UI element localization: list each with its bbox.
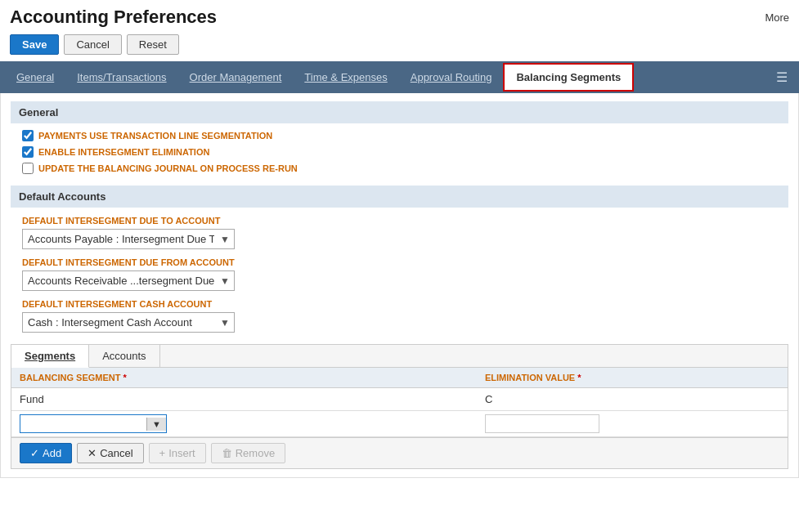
segment-input-wrapper: ▼	[20, 414, 167, 433]
table-header: BALANCING SEGMENT * ELIMINATION VALUE *	[11, 368, 788, 388]
td-input-segment: ▼	[11, 411, 477, 436]
th-balancing-segment: BALANCING SEGMENT *	[11, 368, 477, 387]
checkbox-intersegment: ENABLE INTERSEGMENT ELIMINATION	[22, 146, 777, 158]
general-section: General PAYMENTS USE TRANSACTION LINE SE…	[11, 101, 788, 174]
due-to-field-group: DEFAULT INTERSEGMENT DUE TO ACCOUNT Acco…	[22, 216, 777, 249]
enable-intersegment-label: ENABLE INTERSEGMENT ELIMINATION	[38, 147, 209, 157]
update-balancing-checkbox[interactable]	[22, 163, 34, 174]
due-from-select-wrapper: Accounts Receivable ...tersegment Due Fr…	[22, 270, 235, 291]
due-from-label: DEFAULT INTERSEGMENT DUE FROM ACCOUNT	[22, 257, 777, 267]
page-header: Accounting Preferences More	[0, 0, 799, 31]
x-icon: ✕	[88, 447, 97, 459]
td-elimination-value: C	[477, 388, 788, 410]
menu-icon[interactable]: ☰	[770, 65, 794, 90]
default-accounts-header: Default Accounts	[11, 186, 788, 208]
main-content: General PAYMENTS USE TRANSACTION LINE SE…	[0, 93, 799, 478]
cash-select-wrapper: Cash : Intersegment Cash Account ▼	[22, 312, 235, 333]
remove-button[interactable]: 🗑 Remove	[211, 443, 285, 463]
cancel-button[interactable]: Cancel	[64, 34, 121, 55]
save-button[interactable]: Save	[10, 34, 59, 55]
page-title: Accounting Preferences	[10, 7, 217, 28]
trash-icon: 🗑	[222, 447, 232, 459]
bottom-tabs: Segments Accounts	[11, 345, 788, 368]
th-elimination-value: ELIMINATION VALUE *	[477, 368, 788, 387]
bottom-tab-segments[interactable]: Segments	[11, 345, 89, 368]
tab-general[interactable]: General	[5, 65, 65, 90]
payments-segmentation-label: PAYMENTS USE TRANSACTION LINE SEGMENTATI…	[38, 131, 272, 141]
plus-icon: +	[159, 447, 166, 459]
default-accounts-section: Default Accounts DEFAULT INTERSEGMENT DU…	[11, 186, 788, 333]
due-from-field-group: DEFAULT INTERSEGMENT DUE FROM ACCOUNT Ac…	[22, 257, 777, 291]
tab-items-transactions[interactable]: Items/Transactions	[65, 65, 177, 90]
action-bar: ✓ Add ✕ Cancel + Insert 🗑 Remove	[11, 437, 788, 468]
segments-table: BALANCING SEGMENT * ELIMINATION VALUE * …	[11, 368, 788, 437]
bottom-tab-accounts[interactable]: Accounts	[89, 345, 159, 367]
due-from-select[interactable]: Accounts Receivable ...tersegment Due Fr…	[22, 270, 235, 291]
enable-intersegment-checkbox[interactable]	[22, 146, 34, 158]
reset-button[interactable]: Reset	[127, 34, 179, 55]
nav-tabs: General Items/Transactions Order Managem…	[0, 61, 799, 93]
elimination-input[interactable]	[485, 414, 599, 433]
checkbox-update-balancing: UPDATE THE BALANCING JOURNAL ON PROCESS …	[22, 163, 777, 174]
insert-button[interactable]: + Insert	[149, 443, 206, 463]
required-star-1: *	[120, 373, 126, 382]
toolbar: Save Cancel Reset	[0, 31, 799, 61]
more-link[interactable]: More	[765, 11, 789, 24]
table-row: Fund C	[11, 388, 788, 411]
tab-approval-routing[interactable]: Approval Routing	[399, 65, 504, 90]
cash-select[interactable]: Cash : Intersegment Cash Account	[22, 312, 235, 333]
cash-label: DEFAULT INTERSEGMENT CASH ACCOUNT	[22, 299, 777, 309]
due-to-select[interactable]: Accounts Payable : Intersegment Due To	[22, 229, 235, 249]
due-to-label: DEFAULT INTERSEGMENT DUE TO ACCOUNT	[22, 216, 777, 226]
tab-time-expenses[interactable]: Time & Expenses	[293, 65, 398, 90]
tab-order-management[interactable]: Order Management	[178, 65, 294, 90]
cancel-row-button[interactable]: ✕ Cancel	[77, 443, 143, 463]
bottom-section: Segments Accounts BALANCING SEGMENT * EL…	[11, 344, 788, 469]
due-to-select-wrapper: Accounts Payable : Intersegment Due To ▼	[22, 229, 235, 249]
td-input-elimination	[477, 411, 788, 436]
segment-input[interactable]	[20, 415, 146, 432]
required-star-2: *	[575, 373, 581, 382]
update-balancing-label: UPDATE THE BALANCING JOURNAL ON PROCESS …	[38, 163, 298, 173]
add-button[interactable]: ✓ Add	[20, 443, 72, 463]
segment-dropdown-arrow[interactable]: ▼	[146, 418, 166, 431]
tab-balancing-segments[interactable]: Balancing Segments	[503, 63, 634, 92]
checkmark-icon: ✓	[30, 447, 39, 459]
general-section-header: General	[11, 101, 788, 123]
payments-segmentation-checkbox[interactable]	[22, 130, 34, 141]
checkbox-payments: PAYMENTS USE TRANSACTION LINE SEGMENTATI…	[22, 130, 777, 141]
cash-field-group: DEFAULT INTERSEGMENT CASH ACCOUNT Cash :…	[22, 299, 777, 333]
td-balancing-segment: Fund	[11, 388, 477, 410]
table-input-row: ▼	[11, 411, 788, 437]
